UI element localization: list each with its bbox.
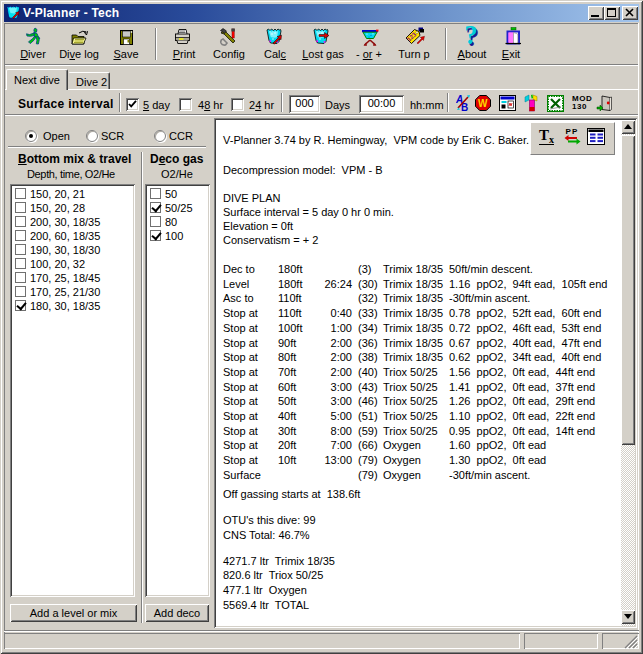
- svg-text:PP: PP: [566, 127, 579, 136]
